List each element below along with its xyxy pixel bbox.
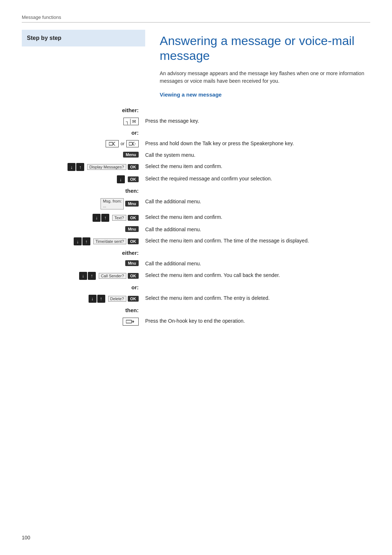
step-by-step-panel: Step by step xyxy=(22,30,145,46)
left-cell-then1: then: xyxy=(22,187,145,194)
or-text-small: or xyxy=(121,141,124,146)
right-cell-either1 xyxy=(145,106,370,107)
left-cell-talkspeaker: or + xyxy=(22,139,145,147)
arrow-down-4[interactable]: ↓ xyxy=(74,237,82,245)
svg-rect-7 xyxy=(126,320,132,323)
step-row-or2: or: xyxy=(22,283,370,290)
right-cell-display-messages: Select the menu item and confirm. xyxy=(145,162,370,170)
arrow-down-1[interactable]: ↓ xyxy=(68,163,75,171)
step-row-msgkey: ┐│✉ Press the message key. xyxy=(22,117,370,125)
svg-rect-0 xyxy=(109,142,113,145)
step-row-callsender: ↓ ↑ Call Sender? OK Select the menu item… xyxy=(22,271,370,280)
display-messages-group: ↓ ↑ Display Messages? OK xyxy=(68,163,139,171)
step-row-text: ↓ ↑ Text? OK Select the menu item and co… xyxy=(22,213,370,222)
left-cell-either2: either: xyxy=(22,249,145,256)
right-cell-mnu3: Call the additional menu. xyxy=(145,260,370,268)
arrow-down-5[interactable]: ↓ xyxy=(79,272,87,280)
step-row-timedate: ↓ ↑ Time/date sent? OK Select the menu i… xyxy=(22,237,370,245)
select-msg-group: ↓ OK xyxy=(117,175,139,183)
svg-text:+: + xyxy=(134,142,136,146)
speaker-key-icon: + xyxy=(126,140,139,147)
right-cell-callsender: Select the menu item and confirm. You ca… xyxy=(145,271,370,279)
message-key-icon: ┐│✉ xyxy=(123,118,139,125)
mnu-button-2[interactable]: Mnu xyxy=(125,226,139,232)
content-area: Answering a message or voice-mail messag… xyxy=(145,30,370,103)
mnu-button-1[interactable]: Mnu xyxy=(125,201,139,207)
step-row-either2: either: xyxy=(22,249,370,256)
nav-arrows-5: ↓ ↑ xyxy=(79,272,96,280)
right-cell-select-msg: Select the required message and confirm … xyxy=(145,175,370,183)
page-title: Answering a message or voice-mail messag… xyxy=(160,33,370,63)
nav-arrows-6: ↓ ↑ xyxy=(89,295,105,303)
talk-key-icon xyxy=(106,140,119,147)
arrow-up-1[interactable]: ↑ xyxy=(76,163,84,171)
right-cell-either2 xyxy=(145,249,370,250)
right-cell-delete: Select the menu item and confirm. The en… xyxy=(145,294,370,302)
step-row-msgfrom: Msg. from:... Mnu Call the additional me… xyxy=(22,197,370,209)
step-row-mnu3: Mnu Call the additional menu. xyxy=(22,260,370,268)
label-then1: then: xyxy=(22,188,139,194)
intro-text: An advisory message appears and the mess… xyxy=(160,70,370,85)
arrow-down-2[interactable]: ↓ xyxy=(117,175,125,183)
step-row-display-messages: ↓ ↑ Display Messages? OK Select the menu… xyxy=(22,162,370,171)
left-cell-display-messages: ↓ ↑ Display Messages? OK xyxy=(22,162,145,171)
menu-button[interactable]: Menu xyxy=(123,152,139,158)
step-row-talkspeaker: or + Press and hold down the Talk key or… xyxy=(22,139,370,147)
timedate-display: Time/date sent? xyxy=(93,238,126,244)
on-hook-key-icon xyxy=(123,318,139,326)
ok-button-6[interactable]: OK xyxy=(128,296,139,302)
talk-speaker-group: or + xyxy=(106,140,139,147)
step-row-onhook: Press the On-hook key to end the operati… xyxy=(22,317,370,326)
step-row-or1: or: xyxy=(22,129,370,136)
section-heading: Viewing a new message xyxy=(160,91,370,98)
right-cell-onhook: Press the On-hook key to end the operati… xyxy=(145,317,370,325)
label-or2: or: xyxy=(22,284,139,290)
right-cell-menu: Call the system menu. xyxy=(145,151,370,159)
ok-button-1[interactable]: OK xyxy=(128,164,139,170)
nav-arrows-1: ↓ ↑ xyxy=(68,163,84,171)
left-cell-either1: either: xyxy=(22,106,145,113)
svg-line-1 xyxy=(113,142,115,144)
header-title: Message functions xyxy=(22,15,61,20)
right-cell-talkspeaker: Press and hold down the Talk key or pres… xyxy=(145,139,370,147)
right-cell-msgkey: Press the message key. xyxy=(145,117,370,125)
steps-area: either: ┐│✉ Press the message key. or: o… xyxy=(22,106,370,326)
svg-line-2 xyxy=(113,144,115,146)
callsender-group: ↓ ↑ Call Sender? OK xyxy=(79,272,139,280)
nav-arrows-4: ↓ ↑ xyxy=(74,237,90,245)
ok-button-4[interactable]: OK xyxy=(128,238,139,244)
nav-arrows-3: ↓ ↑ xyxy=(93,214,109,222)
text-group: ↓ ↑ Text? OK xyxy=(93,214,139,222)
left-cell-onhook xyxy=(22,317,145,326)
left-cell-or1: or: xyxy=(22,129,145,136)
step-row-menu: Menu Call the system menu. xyxy=(22,151,370,159)
label-or1: or: xyxy=(22,130,139,136)
svg-rect-3 xyxy=(129,142,132,145)
delete-group: ↓ ↑ Delete? OK xyxy=(89,295,139,303)
page-number: 100 xyxy=(22,535,30,540)
left-cell-msgkey: ┐│✉ xyxy=(22,117,145,125)
ok-button-3[interactable]: OK xyxy=(128,215,139,221)
right-cell-or2 xyxy=(145,283,370,284)
ok-button-5[interactable]: OK xyxy=(128,273,139,279)
right-cell-text: Select the menu item and confirm. xyxy=(145,213,370,221)
arrow-down-6[interactable]: ↓ xyxy=(89,295,97,303)
left-cell-menu: Menu xyxy=(22,151,145,158)
mnu-button-3[interactable]: Mnu xyxy=(125,260,139,266)
arrow-up-4[interactable]: ↑ xyxy=(82,237,90,245)
arrow-up-6[interactable]: ↑ xyxy=(97,295,105,303)
left-cell-delete: ↓ ↑ Delete? OK xyxy=(22,294,145,303)
step-row-delete: ↓ ↑ Delete? OK Select the menu item and … xyxy=(22,294,370,303)
step-row-select-msg: ↓ OK Select the required message and con… xyxy=(22,175,370,183)
label-then2: then: xyxy=(22,307,139,313)
step-row-mnu2: Mnu Call the additional menu. xyxy=(22,225,370,233)
left-cell-timedate: ↓ ↑ Time/date sent? OK xyxy=(22,237,145,245)
arrow-up-5[interactable]: ↑ xyxy=(88,272,96,280)
right-cell-then1 xyxy=(145,187,370,188)
arrow-down-3[interactable]: ↓ xyxy=(93,214,101,222)
step-row-either1: either: xyxy=(22,106,370,113)
left-cell-mnu3: Mnu xyxy=(22,260,145,266)
left-cell-callsender: ↓ ↑ Call Sender? OK xyxy=(22,271,145,280)
ok-button-2[interactable]: OK xyxy=(128,176,139,182)
arrow-up-3[interactable]: ↑ xyxy=(101,214,109,222)
